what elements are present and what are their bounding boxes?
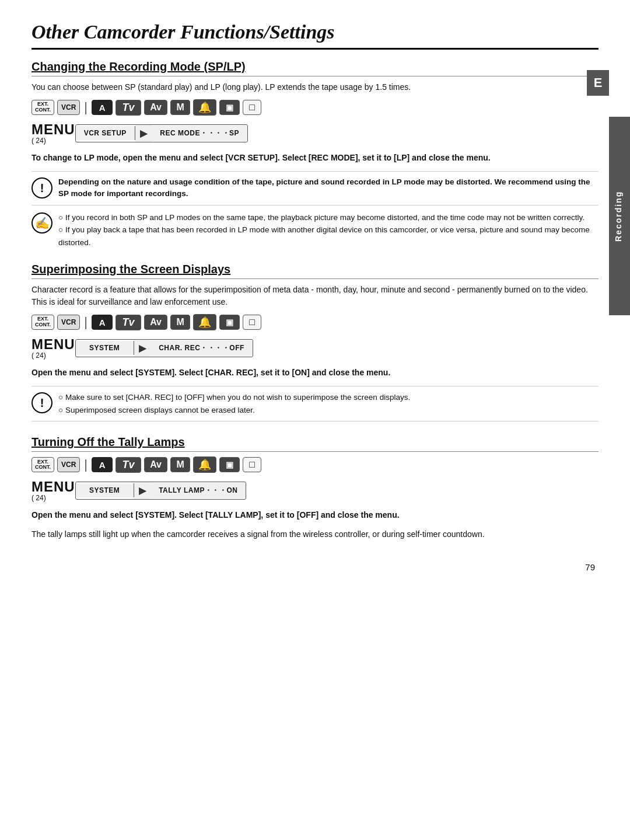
menu-block-3: MENU ( 24) SYSTEM ▶ TALLY LAMP・・・ON [32, 479, 598, 502]
page-title: Other Camcorder Functions/Settings [32, 21, 598, 50]
menu-label-2: MENU ( 24) [32, 336, 75, 360]
bell-icon: 🔔 [193, 99, 216, 116]
pipe-2: | [84, 315, 88, 330]
mode-icons-row-3: EXT.CONT. VCR | A Tv Av M 🔔 ▣ □ [32, 456, 598, 473]
note-item-1-1: If you record in both SP and LP modes on… [58, 211, 598, 224]
tally-lamp-value: TALLY LAMP・・・ON [150, 483, 246, 499]
m-icon-3: M [170, 457, 190, 472]
section2-desc: Character record is a feature that allow… [32, 284, 598, 308]
ext-cont-icon: EXT.CONT. [32, 100, 54, 115]
menu-arrow-3: ▶ [134, 482, 151, 499]
menu-block-2: MENU ( 24) SYSTEM ▶ CHAR. REC・・・・OFF [32, 336, 598, 360]
m-icon: M [170, 100, 190, 115]
page-number: 79 [585, 562, 595, 572]
pipe-1: | [84, 100, 88, 115]
av-icon: Av [144, 100, 167, 115]
bell-icon-3: 🔔 [193, 456, 216, 473]
menu-path-right-1: REC MODE・・・・SP [152, 126, 247, 141]
section3-instruction: Open the menu and select [SYSTEM]. Selec… [32, 509, 598, 521]
menu-arrow-2: ▶ [134, 340, 151, 357]
square-icon-3: □ [243, 457, 261, 472]
menu-block-1: MENU ( 24) VCR SETUP ▶ REC MODE・・・・SP [32, 121, 598, 145]
menu-arrow-1: ▶ [135, 125, 152, 142]
ext-cont-icon-2: EXT.CONT. [32, 315, 54, 330]
m-icon-2: M [170, 315, 190, 330]
camera-icon-3: ▣ [219, 457, 240, 472]
section3-heading: Turning Off the Tally Lamps [32, 435, 598, 452]
warning-items-2: ○ Make sure to set [CHAR. REC] to [OFF] … [58, 391, 410, 416]
note-item-1-2: If you play back a tape that has been re… [58, 224, 598, 249]
menu-label-3: MENU ( 24) [32, 479, 75, 502]
a-icon-2: A [92, 315, 113, 330]
vcr-icon-3: VCR [57, 457, 80, 472]
note-icon-1: ✍ [32, 212, 52, 233]
tv-icon-2: Tv [116, 315, 141, 330]
square-icon: □ [243, 100, 261, 115]
menu-path-left-3: SYSTEM [76, 483, 134, 497]
note-items-1: If you record in both SP and LP modes on… [58, 211, 598, 249]
section-tally-lamps: Turning Off the Tally Lamps EXT.CONT. VC… [32, 435, 598, 541]
section2-instruction: Open the menu and select [SYSTEM]. Selec… [32, 367, 598, 379]
section1-instruction: To change to LP mode, open the menu and … [32, 152, 598, 164]
section2-heading: Superimposing the Screen Displays [32, 263, 598, 279]
section1-heading: Changing the Recording Mode (SP/LP) [32, 60, 598, 76]
tv-icon: Tv [116, 100, 141, 116]
menu-path-2: SYSTEM ▶ CHAR. REC・・・・OFF [75, 339, 253, 357]
warning-block-2: ! ○ Make sure to set [CHAR. REC] to [OFF… [32, 386, 598, 421]
menu-path-left-2: SYSTEM [76, 341, 134, 355]
camera-icon-2: ▣ [219, 315, 240, 330]
vcr-icon-2: VCR [57, 315, 80, 330]
menu-path-right-2: CHAR. REC・・・・OFF [150, 340, 253, 356]
warning-block-1: ! Depending on the nature and usage cond… [32, 171, 598, 205]
e-tab: E [587, 70, 609, 96]
section-recording-mode: Changing the Recording Mode (SP/LP) You … [32, 60, 598, 249]
menu-path-3: SYSTEM ▶ TALLY LAMP・・・ON [75, 482, 247, 500]
vcr-icon: VCR [57, 100, 80, 115]
section-superimpose: Superimposing the Screen Displays Charac… [32, 263, 598, 421]
section1-desc: You can choose between SP (standard play… [32, 81, 598, 93]
menu-label-1: MENU ( 24) [32, 121, 75, 145]
menu-path-left-1: VCR SETUP [76, 126, 135, 140]
mode-icons-row-1: EXT.CONT. VCR | A Tv Av M 🔔 ▣ □ [32, 99, 598, 116]
bell-icon-2: 🔔 [193, 314, 216, 330]
right-sidebar-label: Recording [609, 117, 630, 315]
section3-desc: The tally lamps still light up when the … [32, 528, 598, 541]
square-icon-2: □ [243, 315, 261, 330]
mode-icons-row-2: EXT.CONT. VCR | A Tv Av M 🔔 ▣ □ [32, 314, 598, 330]
av-icon-3: Av [144, 457, 167, 472]
menu-path-1: VCR SETUP ▶ REC MODE・・・・SP [75, 124, 248, 142]
tv-icon-3: Tv [116, 457, 141, 473]
ext-cont-icon-3: EXT.CONT. [32, 457, 54, 472]
pipe-3: | [84, 457, 88, 472]
warning-text-1: Depending on the nature and usage condit… [58, 176, 598, 200]
warning-icon-1: ! [32, 177, 52, 198]
a-icon-3: A [92, 457, 113, 472]
warning-icon-2: ! [32, 392, 52, 413]
av-icon-2: Av [144, 315, 167, 330]
note-block-1: ✍ If you record in both SP and LP modes … [32, 211, 598, 249]
camera-icon: ▣ [219, 100, 240, 115]
a-icon: A [92, 100, 113, 115]
